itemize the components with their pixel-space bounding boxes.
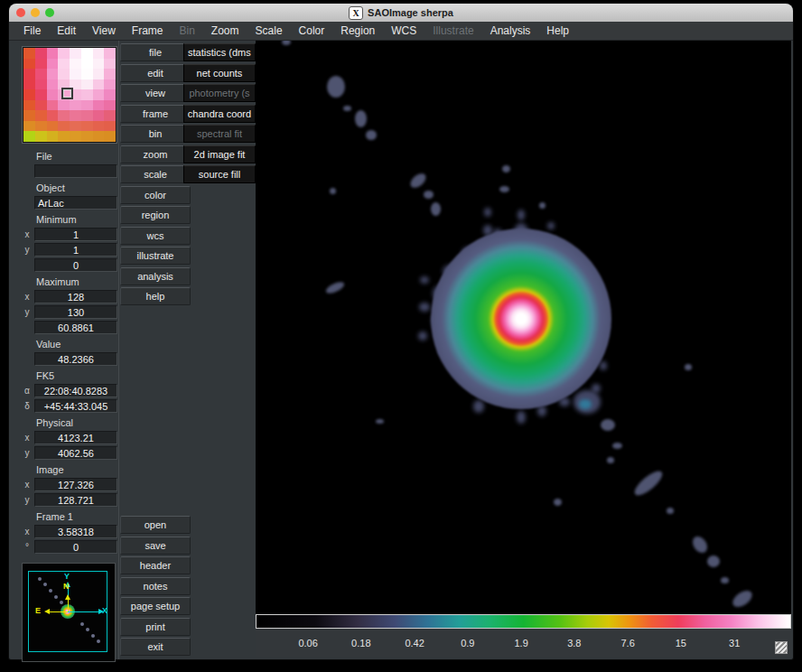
physical-x[interactable]: 4123.21 xyxy=(34,431,117,444)
menu-zoom[interactable]: Zoom xyxy=(203,22,247,41)
image-x[interactable]: 127.326 xyxy=(34,478,117,491)
minimum-value[interactable]: 0 xyxy=(34,258,117,272)
button-save[interactable]: save xyxy=(120,537,191,555)
panner-panel[interactable]: X Y N E xyxy=(22,563,116,662)
menu-help[interactable]: Help xyxy=(538,22,577,41)
minimum-y[interactable]: 1 xyxy=(34,243,117,257)
magnifier-pixel xyxy=(35,59,47,70)
button-illustrate[interactable]: illustrate xyxy=(120,247,191,265)
analysis-button-2d-image-fit[interactable]: 2d image fit xyxy=(183,145,256,163)
menu-region[interactable]: Region xyxy=(332,22,383,41)
physical-y[interactable]: 4062.56 xyxy=(34,446,117,460)
readout-trail-blob xyxy=(499,186,509,192)
readout-trail-blob xyxy=(601,419,615,431)
button-frame[interactable]: frame xyxy=(120,105,191,123)
button-view[interactable]: view xyxy=(120,84,191,102)
button-color[interactable]: color xyxy=(120,186,191,204)
readout-trail-blob xyxy=(376,419,384,424)
menu-edit[interactable]: Edit xyxy=(49,22,84,41)
button-help[interactable]: help xyxy=(120,287,191,305)
readout-trail-blob xyxy=(343,106,351,111)
section-label-object: Object xyxy=(36,182,117,193)
section-label-fk5: FK5 xyxy=(36,370,117,381)
menu-view[interactable]: View xyxy=(84,22,124,41)
colorbar-ticks: 0.060.180.420.91.93.87.61531 xyxy=(256,629,791,658)
colorbar[interactable] xyxy=(256,614,791,629)
fk5-ra[interactable]: 22:08:40.8283 xyxy=(34,384,117,397)
button-file[interactable]: file xyxy=(120,43,191,61)
button-region[interactable]: region xyxy=(120,206,191,224)
pixel-value[interactable]: 48.2366 xyxy=(34,352,117,366)
field-prefix: α xyxy=(20,386,34,396)
magnifier-pixel xyxy=(35,131,47,142)
magnifier-pixel xyxy=(70,69,81,79)
close-window-button[interactable] xyxy=(16,8,25,17)
section-label-frame-1: Frame 1 xyxy=(36,511,117,522)
object-value[interactable]: ArLac xyxy=(34,196,117,210)
colorbar-tick: 7.6 xyxy=(620,638,634,649)
colorbar-tick: 0.18 xyxy=(351,638,370,649)
button-scale[interactable]: scale xyxy=(120,165,191,183)
resize-grip[interactable] xyxy=(775,641,788,654)
magnifier-pixel xyxy=(58,69,70,79)
titlebar: X SAOImage sherpa xyxy=(9,4,793,22)
frame-rotation[interactable]: 0 xyxy=(34,540,117,554)
button-page-setup[interactable]: page setup xyxy=(120,597,191,615)
button-edit[interactable]: edit xyxy=(120,64,191,82)
button-notes[interactable]: notes xyxy=(120,577,191,595)
readout-trail-blob xyxy=(431,202,441,216)
menu-file[interactable]: File xyxy=(15,22,49,41)
menu-color[interactable]: Color xyxy=(291,22,333,41)
button-header[interactable]: header xyxy=(120,556,191,574)
maximum-y[interactable]: 130 xyxy=(34,305,117,319)
maximum-value[interactable]: 60.8861 xyxy=(34,321,117,334)
minimize-window-button[interactable] xyxy=(31,8,40,17)
magnifier-pixel xyxy=(35,121,47,132)
menu-scale[interactable]: Scale xyxy=(247,22,291,41)
psf-wing xyxy=(419,303,430,312)
magnifier-pixel xyxy=(23,79,35,90)
menu-analysis[interactable]: Analysis xyxy=(482,22,539,41)
magnifier-pixel xyxy=(81,69,93,79)
button-analysis[interactable]: analysis xyxy=(120,267,191,285)
magnifier-pixel xyxy=(35,48,47,59)
button-open[interactable]: open xyxy=(120,516,191,534)
minimum-x[interactable]: 1 xyxy=(34,228,117,241)
zoom-window-button[interactable] xyxy=(45,8,54,17)
analysis-button-spectral-fit: spectral fit xyxy=(183,125,256,143)
menu-frame[interactable]: Frame xyxy=(124,22,172,41)
button-zoom[interactable]: zoom xyxy=(120,145,191,163)
button-print[interactable]: print xyxy=(120,618,191,636)
section-label-value: Value xyxy=(36,339,117,350)
panner-trail-dot xyxy=(38,577,42,581)
panner-trail-dot xyxy=(80,622,84,626)
button-bin[interactable]: bin xyxy=(120,125,191,143)
magnifier-pixel xyxy=(104,69,116,79)
field-prefix: ° xyxy=(20,542,34,552)
psf-wing xyxy=(484,208,491,217)
magnifier-pixel xyxy=(70,59,81,70)
compass-arrow xyxy=(65,592,70,600)
magnifier-pixel xyxy=(93,79,105,90)
magnifier-pixel xyxy=(93,69,105,79)
button-exit[interactable]: exit xyxy=(120,638,191,656)
fk5-dec[interactable]: +45:44:33.045 xyxy=(34,399,117,413)
section-label-file: File xyxy=(36,151,117,162)
image-y[interactable]: 128.721 xyxy=(34,493,117,507)
maximum-x[interactable]: 128 xyxy=(34,290,117,303)
readout-trail-blob xyxy=(612,443,622,449)
analysis-button-statistics-dms[interactable]: statistics (dms xyxy=(183,43,256,61)
analysis-button-chandra-coord[interactable]: chandra coord xyxy=(183,105,256,123)
analysis-button-net-counts[interactable]: net counts xyxy=(183,64,256,82)
button-wcs[interactable]: wcs xyxy=(120,227,191,245)
menu-wcs[interactable]: WCS xyxy=(383,22,424,41)
panner-trail-dot xyxy=(49,589,52,593)
file-value[interactable] xyxy=(34,164,117,178)
readout-trail-blob xyxy=(355,110,367,127)
image-canvas[interactable] xyxy=(256,41,791,614)
magnifier-pixel xyxy=(70,48,81,59)
analysis-button-source-fill[interactable]: source fill xyxy=(183,165,256,183)
frame-zoom[interactable]: 3.58318 xyxy=(34,525,117,538)
magnifier-pixel xyxy=(47,100,59,111)
colorbar-tick: 3.8 xyxy=(567,638,581,649)
